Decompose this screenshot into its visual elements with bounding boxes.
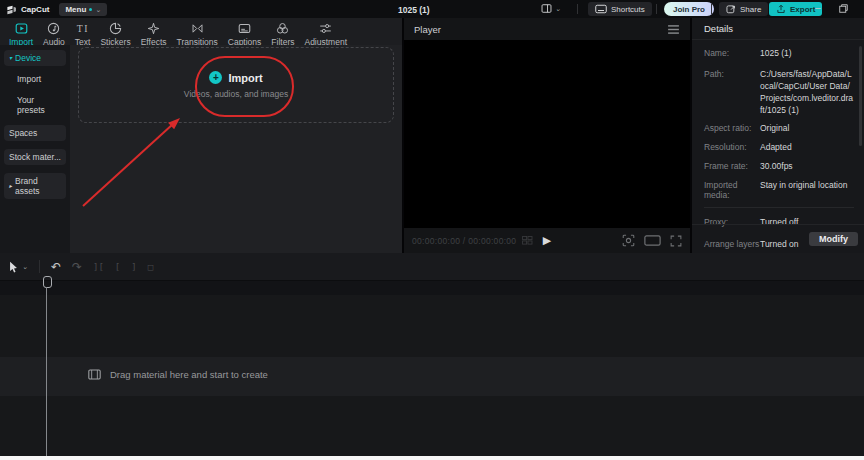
- modify-button[interactable]: Modify: [809, 232, 858, 246]
- tab-effects[interactable]: Effects: [136, 18, 172, 47]
- shortcuts-label: Shortcuts: [611, 5, 645, 14]
- delete-right-button[interactable]: ]: [131, 262, 136, 272]
- menu-label: Menu: [65, 5, 86, 14]
- import-dropzone[interactable]: + Import Videos, audios, and images: [78, 47, 394, 123]
- field-value: Stay in original location: [760, 180, 854, 200]
- sidebar-item-import[interactable]: Import: [4, 71, 66, 87]
- restore-window-icon: [839, 4, 848, 13]
- title-bar: CapCut Menu ⌄ 1025 (1) ⌄ Shortcuts Join …: [0, 0, 864, 18]
- media-clip-icon: [88, 369, 101, 380]
- chevron-down-icon: ⌄: [22, 263, 28, 270]
- tab-import[interactable]: Import: [4, 18, 38, 47]
- layout-icon: [541, 3, 552, 14]
- cursor-icon: [8, 261, 19, 273]
- menu-notification-dot: [89, 8, 92, 11]
- sidebar-item-device[interactable]: ▾ Device: [4, 50, 66, 66]
- filters-tab-icon: [276, 22, 289, 35]
- import-tab-icon: [15, 22, 28, 35]
- tab-stickers[interactable]: Stickers: [95, 18, 135, 47]
- svg-text:T: T: [77, 23, 83, 34]
- detail-row-frame-rate: Frame rate: 30.00fps: [704, 161, 854, 173]
- sidebar-item-spaces[interactable]: Spaces: [4, 125, 66, 141]
- join-pro-label: Join Pro: [673, 5, 705, 14]
- share-label: Share: [740, 5, 761, 14]
- player-menu-icon[interactable]: [667, 25, 680, 34]
- field-label: Resolution:: [704, 142, 760, 154]
- stickers-tab-icon: [109, 22, 122, 35]
- timecode: 00:00:00:00 / 00:00:00:00: [412, 236, 516, 246]
- undo-button[interactable]: ↶: [51, 261, 61, 273]
- sidebar-item-your-presets[interactable]: Your presets: [4, 92, 66, 118]
- delete-left-button[interactable]: [: [115, 262, 120, 272]
- restore-window-button[interactable]: [839, 4, 848, 13]
- fullscreen-icon[interactable]: [670, 235, 682, 247]
- timeline-area[interactable]: Drag material here and start to create: [0, 281, 864, 456]
- sidebar-item-brand-assets[interactable]: ▸ Brand assets: [4, 173, 66, 199]
- field-label: Name:: [704, 48, 760, 60]
- export-upload-icon: [776, 4, 786, 14]
- capcut-logo: CapCut: [6, 4, 49, 15]
- keyboard-icon: [595, 4, 607, 14]
- workspace-layout-button[interactable]: ⌄: [541, 3, 561, 14]
- field-value: Adapted: [760, 142, 854, 154]
- fit-focus-icon[interactable]: [622, 234, 635, 247]
- player-panel: Player 00:00:00:00 / 00:00:00:00 ▶: [404, 18, 690, 253]
- sidebar-item-label: Spaces: [9, 128, 37, 138]
- join-pro-button[interactable]: Join Pro: [664, 2, 714, 16]
- sidebar-item-stock-materials[interactable]: Stock mater...: [4, 149, 66, 165]
- player-viewport[interactable]: [404, 40, 690, 228]
- redo-button[interactable]: ↷: [72, 261, 82, 273]
- frame-view-icon[interactable]: [522, 236, 533, 245]
- timeline-ruler[interactable]: [0, 281, 864, 295]
- details-scrollbar[interactable]: [859, 46, 862, 146]
- select-tool-button[interactable]: ⌄: [8, 261, 28, 273]
- play-button[interactable]: ▶: [543, 235, 551, 246]
- share-icon: [726, 4, 736, 14]
- chevron-down-icon: ⌄: [555, 5, 561, 12]
- sidebar-item-label: Brand assets: [15, 176, 61, 196]
- share-button[interactable]: Share: [719, 2, 768, 16]
- modify-bar: Modify: [692, 224, 864, 253]
- player-controls: 00:00:00:00 / 00:00:00:00 ▶: [404, 228, 690, 253]
- tab-transitions[interactable]: Transitions: [172, 18, 223, 47]
- plus-icon: +: [209, 71, 222, 84]
- tab-text[interactable]: T I Text: [70, 18, 96, 47]
- sidebar-item-label: Your presets: [17, 95, 61, 115]
- playhead-handle[interactable]: [43, 276, 52, 288]
- timeline-empty-hint: Drag material here and start to create: [88, 369, 268, 380]
- detail-row-aspect-ratio: Aspect ratio: Original: [704, 123, 854, 135]
- detail-row-imported-media: Imported media: Stay in original locatio…: [704, 180, 854, 200]
- aspect-ratio-icon[interactable]: [644, 235, 661, 246]
- import-button-label[interactable]: Import: [228, 72, 262, 84]
- minimize-button[interactable]: –: [815, 3, 821, 13]
- captions-tab-icon: [238, 22, 251, 35]
- tab-adjustment[interactable]: Adjustment: [299, 18, 352, 47]
- playhead-line: [46, 287, 47, 456]
- tab-filters[interactable]: Filters: [266, 18, 299, 47]
- import-sidebar: ▾ Device Import Your presets Spaces Stoc…: [0, 45, 70, 253]
- export-label: Export: [790, 5, 815, 14]
- main-track[interactable]: Drag material here and start to create: [0, 357, 864, 396]
- detail-row-name: Name: 1025 (1): [704, 48, 854, 60]
- split-button[interactable]: ][: [93, 262, 104, 272]
- delete-button[interactable]: □: [148, 262, 153, 272]
- media-library-panel: + Import Videos, audios, and images: [70, 45, 402, 253]
- shortcuts-button[interactable]: Shortcuts: [588, 2, 652, 16]
- field-label: Path:: [704, 69, 760, 117]
- tab-audio[interactable]: Audio: [38, 18, 70, 47]
- field-label: Frame rate:: [704, 161, 760, 173]
- audio-tab-icon: [47, 22, 60, 35]
- field-label: Imported media:: [704, 180, 760, 200]
- detail-row-path: Path: C:/Users/fast/AppData/Local/CapCut…: [704, 69, 854, 117]
- media-tab-bar: Import Audio T I Text Stickers Effects: [0, 18, 402, 45]
- caret-down-icon: ▾: [9, 55, 12, 61]
- menu-button[interactable]: Menu ⌄: [59, 3, 107, 16]
- capcut-logo-icon: [6, 4, 17, 15]
- svg-text:I: I: [84, 23, 87, 34]
- text-tab-icon: T I: [76, 22, 89, 35]
- tab-captions[interactable]: Captions: [223, 18, 267, 47]
- divider: [656, 4, 657, 14]
- details-panel: Details Name: 1025 (1) Path: C:/Users/fa…: [692, 18, 864, 253]
- divider: [704, 207, 854, 208]
- caret-right-icon: ▸: [9, 183, 12, 189]
